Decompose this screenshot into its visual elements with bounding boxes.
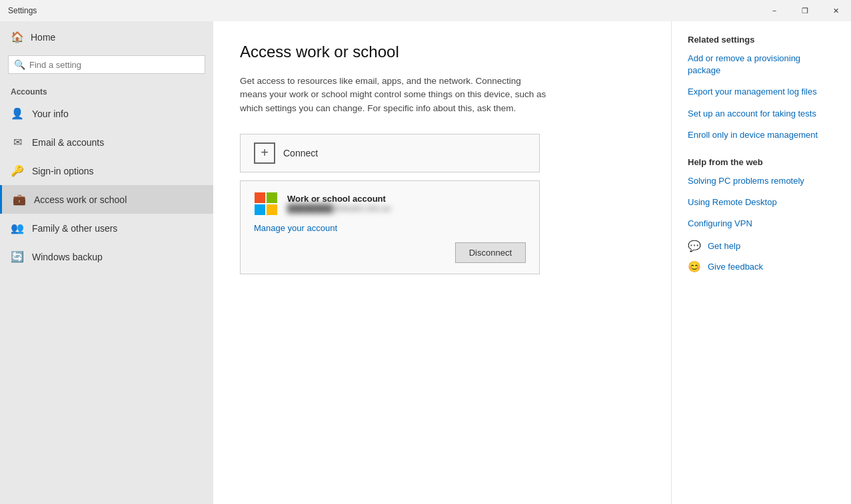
get-help-item[interactable]: 💬 Get help (688, 240, 835, 252)
manage-account-link[interactable]: Manage your account (254, 223, 337, 233)
related-link-enroll[interactable]: Enroll only in device management (688, 129, 835, 141)
account-card: Work or school account ████████@deakin.e… (240, 180, 540, 274)
search-box[interactable]: 🔍 (8, 55, 205, 74)
account-type: Work or school account (287, 194, 391, 204)
sidebar-item-windows-backup[interactable]: 🔄 Windows backup (0, 242, 213, 271)
microsoft-logo (254, 192, 278, 216)
account-info: Work or school account ████████@deakin.e… (287, 194, 391, 213)
search-input[interactable] (29, 60, 199, 70)
sidebar-item-windows-backup-label: Windows backup (32, 252, 103, 262)
help-link-configuring-vpn[interactable]: Configuring VPN (688, 218, 835, 230)
svg-rect-2 (255, 204, 265, 215)
sidebar-item-family-other-users-label: Family & other users (32, 223, 117, 234)
related-link-testing-account[interactable]: Set up an account for taking tests (688, 108, 835, 120)
sidebar: 🏠 Home 🔍 Accounts 👤 Your info ✉ Email & … (0, 21, 213, 504)
title-bar: Settings − ❐ ✕ (0, 0, 851, 21)
related-link-export-log[interactable]: Export your management log files (688, 86, 835, 98)
home-icon: 🏠 (11, 31, 24, 43)
right-panel: Related settings Add or remove a provisi… (671, 21, 851, 504)
account-header: Work or school account ████████@deakin.e… (254, 192, 526, 216)
disconnect-row: Disconnect (254, 242, 526, 263)
give-feedback-item[interactable]: 😊 Give feedback (688, 260, 835, 273)
family-other-users-icon: 👥 (11, 222, 24, 234)
sidebar-item-your-info-label: Your info (32, 109, 69, 119)
related-settings-title: Related settings (688, 35, 835, 45)
connect-button[interactable]: + Connect (240, 134, 540, 172)
close-button[interactable]: ✕ (820, 0, 851, 21)
main-content: Access work or school Get access to reso… (213, 21, 671, 504)
help-link-remote-desktop[interactable]: Using Remote Desktop (688, 196, 835, 208)
sidebar-item-family-other-users[interactable]: 👥 Family & other users (0, 214, 213, 242)
your-info-icon: 👤 (11, 107, 24, 120)
window-controls: − ❐ ✕ (759, 0, 851, 21)
sign-in-options-icon: 🔑 (11, 164, 24, 177)
connect-label: Connect (283, 148, 318, 158)
disconnect-button[interactable]: Disconnect (455, 242, 526, 263)
sidebar-home-label: Home (31, 32, 55, 43)
app-title: Settings (8, 6, 37, 15)
get-help-link[interactable]: Get help (708, 241, 740, 251)
windows-backup-icon: 🔄 (11, 250, 24, 263)
search-icon: 🔍 (14, 59, 25, 70)
sidebar-item-sign-in-options-label: Sign-in options (32, 166, 94, 176)
sidebar-item-access-work-school-label: Access work or school (34, 194, 127, 205)
app-body: 🏠 Home 🔍 Accounts 👤 Your info ✉ Email & … (0, 21, 851, 504)
access-work-school-icon: 💼 (13, 193, 26, 206)
restore-button[interactable]: ❐ (790, 0, 820, 21)
page-title: Access work or school (240, 43, 644, 61)
svg-rect-0 (255, 192, 265, 203)
connect-plus-icon: + (254, 142, 275, 164)
sidebar-item-home[interactable]: 🏠 Home (0, 21, 213, 53)
email-accounts-icon: ✉ (11, 136, 24, 148)
sidebar-item-access-work-school[interactable]: 💼 Access work or school (0, 185, 213, 214)
account-email: ████████@deakin.edu.au (287, 204, 391, 213)
sidebar-item-your-info[interactable]: 👤 Your info (0, 99, 213, 128)
help-link-solving-pc[interactable]: Solving PC problems remotely (688, 175, 835, 187)
sidebar-item-email-accounts-label: Email & accounts (32, 137, 104, 148)
svg-rect-1 (267, 192, 277, 203)
related-link-add-remove[interactable]: Add or remove a provisioning package (688, 53, 835, 77)
sidebar-item-sign-in-options[interactable]: 🔑 Sign-in options (0, 156, 213, 185)
sidebar-item-email-accounts[interactable]: ✉ Email & accounts (0, 128, 213, 156)
give-feedback-icon: 😊 (688, 260, 701, 273)
give-feedback-link[interactable]: Give feedback (708, 262, 763, 272)
minimize-button[interactable]: − (759, 0, 790, 21)
sidebar-section-label: Accounts (0, 82, 213, 99)
get-help-icon: 💬 (688, 240, 701, 252)
help-from-web-title: Help from the web (688, 157, 835, 167)
svg-rect-3 (267, 204, 277, 215)
page-description: Get access to resources like email, apps… (240, 75, 546, 115)
